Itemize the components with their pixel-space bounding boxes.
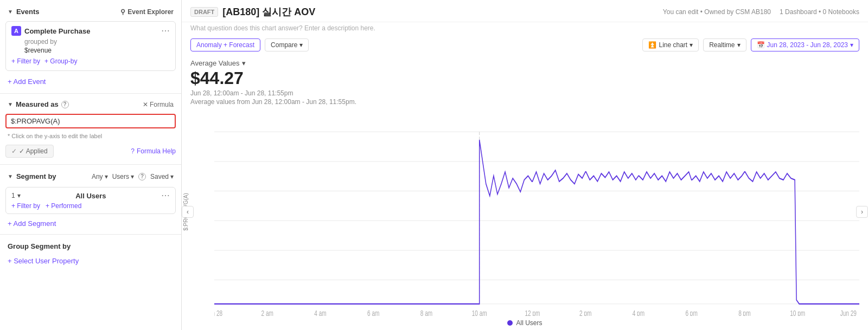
anomaly-forecast-button[interactable]: Anomaly + Forecast xyxy=(190,38,260,51)
segment-options: Any ▾ Users ▾ ? Saved ▾ xyxy=(92,173,174,180)
select-user-property-button[interactable]: + Select User Property xyxy=(0,255,181,267)
formula-button[interactable]: ✕ Formula xyxy=(143,101,174,108)
event-block: A Complete Purchase ⋯ grouped by $revenu… xyxy=(5,21,176,71)
group-by-button[interactable]: + Group-by xyxy=(44,57,77,65)
dashboard-text: 1 Dashboard • 0 Notebooks xyxy=(780,8,859,16)
controls-right: ⏫ Line chart ▾ Realtime ▾ 📅 Jun 28, 2023… xyxy=(642,38,859,51)
measured-as-label: Measured as xyxy=(16,100,59,108)
topbar-right: You can edit • Owned by CSM AB180 1 Dash… xyxy=(663,8,859,16)
chart-title-text[interactable]: [AB180] 실시간 AOV xyxy=(222,5,315,18)
x-icon: ✕ xyxy=(143,101,148,108)
any-dropdown[interactable]: Any ▾ xyxy=(92,173,108,180)
measured-left: ▼ Measured as ? xyxy=(8,100,69,108)
nav-right-button[interactable]: › xyxy=(856,206,868,218)
any-label: Any xyxy=(92,173,103,180)
right-panel: DRAFT [AB180] 실시간 AOV You can edit • Own… xyxy=(182,0,868,330)
legend-dot xyxy=(507,320,513,326)
line-chart-chevron-icon: ▾ xyxy=(690,41,693,49)
svg-text:12 pm: 12 pm xyxy=(525,309,540,316)
left-panel: ▼ Events ⚲ Event Explorer A Complete Pur… xyxy=(0,0,182,330)
chart-controls: Anomaly + Forecast Compare ▾ ⏫ Line char… xyxy=(182,35,868,55)
event-explorer-button[interactable]: ⚲ Event Explorer xyxy=(120,8,174,16)
events-chevron-icon[interactable]: ▼ xyxy=(8,9,13,15)
date-range-text: Jun 28, 12:00am - Jun 28, 11:55pm xyxy=(190,89,859,97)
segment-by-label: Segment by xyxy=(16,172,56,180)
svg-text:8 am: 8 am xyxy=(420,309,432,316)
question-icon: ? xyxy=(131,147,135,155)
owner-text: You can edit • Owned by CSM AB180 xyxy=(663,8,771,16)
seg-num-chevron-icon: ▾ xyxy=(17,192,21,199)
chart-footer: All Users xyxy=(182,316,868,330)
formula-help-button[interactable]: ? Formula Help xyxy=(125,145,181,157)
svg-text:6 am: 6 am xyxy=(367,309,379,316)
applied-label: ✓ Applied xyxy=(19,147,48,155)
seg-menu-button[interactable]: ⋯ xyxy=(161,191,170,200)
formula-input-wrap xyxy=(5,114,176,128)
svg-text:Jun 28: Jun 28 xyxy=(214,309,222,316)
seg-filter-by-button[interactable]: + Filter by xyxy=(11,202,40,210)
svg-text:6 pm: 6 pm xyxy=(685,309,697,316)
seg-number: 1 ▾ xyxy=(11,192,21,199)
svg-text:10 pm: 10 pm xyxy=(790,309,805,316)
chart-area: $:PROPAVG(A) ‹ › $120 $100 $80.00 $60.00… xyxy=(182,108,868,316)
seg-num-value: 1 xyxy=(11,192,15,199)
event-name[interactable]: Complete Purchase xyxy=(24,27,90,35)
svg-text:2 am: 2 am xyxy=(261,309,273,316)
users-dropdown[interactable]: Users ▾ xyxy=(112,173,134,180)
segment-info-icon[interactable]: ? xyxy=(138,173,146,180)
measured-chevron-icon[interactable]: ▼ xyxy=(8,101,13,107)
segment-by-header: ▼ Segment by Any ▾ Users ▾ ? Saved ▾ xyxy=(0,168,181,185)
add-segment-button[interactable]: + Add Segment xyxy=(0,216,181,231)
formula-label: Formula xyxy=(150,101,174,108)
event-explorer-label: Event Explorer xyxy=(127,8,174,16)
big-value: $44.27 xyxy=(190,67,859,89)
seg-header: 1 ▾ All Users ⋯ xyxy=(11,191,170,200)
applied-button[interactable]: ✓ ✓ Applied xyxy=(5,145,54,158)
applied-row: ✓ ✓ Applied ? Formula Help xyxy=(0,141,181,161)
segment-row: 1 ▾ All Users ⋯ + Filter by + Performed xyxy=(5,187,176,214)
users-chevron-icon: ▾ xyxy=(131,173,134,180)
add-event-button[interactable]: + Add Event xyxy=(0,73,181,90)
line-chart-dropdown[interactable]: ⏫ Line chart ▾ xyxy=(642,38,699,51)
chart-svg: $120 $100 $80.00 $60.00 $40.00 $20.00 $0… xyxy=(214,108,859,316)
legend-label: All Users xyxy=(516,319,542,327)
realtime-dropdown[interactable]: Realtime ▾ xyxy=(703,38,746,51)
line-chart-label: Line chart xyxy=(659,41,687,49)
divider-3 xyxy=(0,234,181,235)
avg-desc-text: Average values from Jun 28, 12:00am - Ju… xyxy=(190,98,859,106)
saved-label: Saved xyxy=(150,173,169,180)
revenue-tag[interactable]: $revenue xyxy=(11,47,170,54)
events-label: Events xyxy=(16,8,40,16)
compare-button[interactable]: Compare ▾ xyxy=(265,38,309,51)
chart-summary: Average Values ▾ $44.27 Jun 28, 12:00am … xyxy=(182,55,868,108)
date-range-button[interactable]: 📅 Jun 28, 2023 - Jun 28, 2023 ▾ xyxy=(751,38,859,51)
avg-values-label[interactable]: Average Values ▾ xyxy=(190,59,859,67)
date-chevron-icon: ▾ xyxy=(850,41,853,49)
controls-left: Anomaly + Forecast Compare ▾ xyxy=(190,38,309,51)
seg-performed-button[interactable]: + Performed xyxy=(46,202,81,210)
chart-description[interactable]: What question does this chart answer? En… xyxy=(182,22,868,35)
saved-chevron-icon: ▾ xyxy=(170,173,174,180)
seg-name[interactable]: All Users xyxy=(75,192,106,200)
filter-by-button[interactable]: + Filter by xyxy=(11,57,40,65)
measured-as-header: ▼ Measured as ? ✕ Formula xyxy=(0,97,181,112)
formula-input[interactable] xyxy=(11,117,170,125)
draft-badge: DRAFT xyxy=(190,7,218,17)
seg-actions: + Filter by + Performed xyxy=(11,200,170,210)
event-menu-button[interactable]: ⋯ xyxy=(161,27,170,35)
nav-left-button[interactable]: ‹ xyxy=(182,206,194,218)
svg-text:10 am: 10 am xyxy=(472,309,487,316)
realtime-label: Realtime xyxy=(709,41,735,49)
compare-chevron-icon: ▾ xyxy=(299,41,303,49)
grouped-by-label: grouped by xyxy=(11,36,170,47)
calendar-icon: 📅 xyxy=(757,41,765,49)
chart-title: DRAFT [AB180] 실시간 AOV xyxy=(190,5,315,18)
group-segment-header: Group Segment by xyxy=(0,238,181,255)
saved-dropdown[interactable]: Saved ▾ xyxy=(150,173,174,180)
users-label: Users xyxy=(112,173,129,180)
check-icon: ✓ xyxy=(11,147,17,155)
compass-icon: ⚲ xyxy=(120,8,125,16)
segment-chevron-icon[interactable]: ▼ xyxy=(8,173,13,179)
svg-text:8 pm: 8 pm xyxy=(738,309,750,316)
measured-info-icon[interactable]: ? xyxy=(61,101,69,108)
